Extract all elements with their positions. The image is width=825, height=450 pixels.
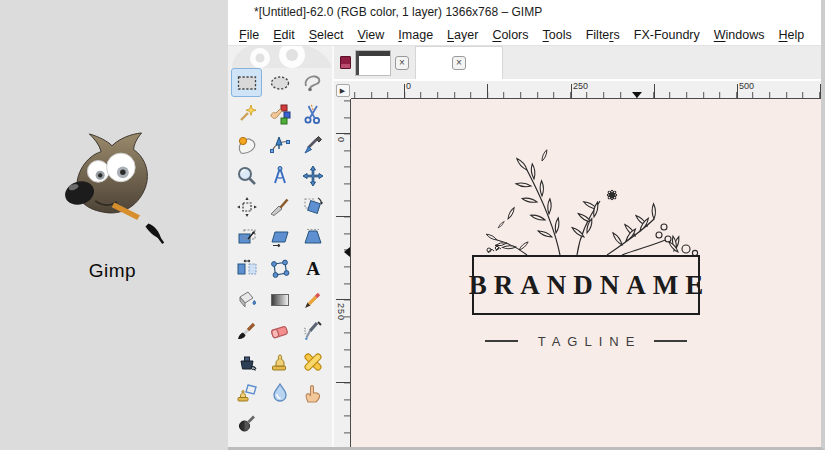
tool-eraser[interactable] bbox=[264, 316, 295, 345]
toolbox: A bbox=[228, 46, 334, 447]
h-ruler-ticks bbox=[351, 92, 821, 98]
menu-select[interactable]: Select bbox=[302, 26, 351, 44]
image-tab-1-close-icon[interactable]: × bbox=[395, 56, 409, 70]
menu-colors[interactable]: Colors bbox=[485, 26, 535, 44]
tool-shear[interactable] bbox=[264, 223, 295, 252]
v-ruler-pointer-marker bbox=[344, 247, 350, 257]
gimp-window: *[Untitled]-62.0 (RGB color, 1 layer) 13… bbox=[228, 0, 825, 450]
shear-icon bbox=[268, 226, 292, 250]
tool-gradient[interactable] bbox=[264, 285, 295, 314]
ruler-row: ▶ 0250500 bbox=[334, 81, 821, 99]
tool-cage-transform[interactable] bbox=[264, 254, 295, 283]
v-ruler-major-tick bbox=[336, 382, 350, 383]
tool-grid: A bbox=[228, 68, 332, 440]
tool-perspective[interactable] bbox=[297, 223, 328, 252]
menu-layer[interactable]: Layer bbox=[440, 26, 485, 44]
flip-icon bbox=[235, 257, 259, 281]
image-tab-1-mini-icon bbox=[340, 56, 351, 69]
paths-icon bbox=[268, 133, 292, 157]
menu-tools[interactable]: Tools bbox=[536, 26, 579, 44]
horizontal-ruler[interactable]: 0250500 bbox=[351, 81, 821, 99]
menu-edit[interactable]: Edit bbox=[266, 26, 302, 44]
menu-image[interactable]: Image bbox=[391, 26, 440, 44]
h-ruler-major-tick bbox=[820, 84, 821, 98]
canvas-pane: × × ▶ 0250500 0 bbox=[334, 46, 821, 447]
canvas-menu-button[interactable]: ▶ bbox=[336, 84, 350, 97]
tool-scale[interactable] bbox=[231, 223, 262, 252]
alignment-icon bbox=[235, 195, 259, 219]
tool-blur-sharpen[interactable] bbox=[264, 378, 295, 407]
menu-bar: FileEditSelectViewImageLayerColorsToolsF… bbox=[228, 24, 821, 46]
window-title: *[Untitled]-62.0 (RGB color, 1 layer) 13… bbox=[254, 5, 542, 19]
image-tab-2[interactable]: × bbox=[415, 46, 503, 79]
bucket-fill-icon bbox=[235, 288, 259, 312]
v-ruler-major-tick bbox=[336, 216, 350, 217]
gimp-desktop-icon[interactable]: Gimp bbox=[30, 130, 195, 282]
tool-alignment[interactable] bbox=[231, 192, 262, 221]
tool-flip[interactable] bbox=[231, 254, 262, 283]
h-ruler-major-tick bbox=[654, 84, 655, 98]
tool-ink[interactable] bbox=[231, 347, 262, 376]
h-ruler-major-tick bbox=[487, 84, 488, 98]
image-canvas[interactable]: BRANDNAME TAGLINE bbox=[351, 99, 821, 447]
vertical-ruler[interactable]: 0250 bbox=[334, 99, 351, 447]
image-tab-bar: × × bbox=[334, 46, 821, 79]
gimp-wilber-icon bbox=[38, 130, 188, 258]
tool-bucket-fill[interactable] bbox=[231, 285, 262, 314]
title-bar[interactable]: *[Untitled]-62.0 (RGB color, 1 layer) 13… bbox=[228, 0, 821, 24]
tool-color-picker[interactable] bbox=[297, 130, 328, 159]
tool-ellipse-select[interactable] bbox=[264, 68, 295, 97]
gradient-icon bbox=[268, 288, 292, 312]
tool-clone[interactable] bbox=[264, 347, 295, 376]
tool-crop[interactable] bbox=[264, 192, 295, 221]
tool-paintbrush[interactable] bbox=[231, 316, 262, 345]
tool-paths[interactable] bbox=[264, 130, 295, 159]
tool-dodge-burn[interactable] bbox=[231, 409, 262, 438]
tool-pencil[interactable] bbox=[297, 285, 328, 314]
image-tab-2-close-icon[interactable]: × bbox=[452, 56, 466, 70]
screen: Gimp *[Untitled]-62.0 (RGB color, 1 laye… bbox=[0, 0, 825, 450]
rectangle-select-icon bbox=[235, 71, 259, 95]
menu-filters[interactable]: Filters bbox=[579, 26, 627, 44]
tool-measure[interactable] bbox=[264, 161, 295, 190]
tagline-text: TAGLINE bbox=[531, 334, 642, 349]
tool-rectangle-select[interactable] bbox=[231, 68, 262, 97]
tool-select-by-color[interactable] bbox=[264, 99, 295, 128]
tagline-row: TAGLINE bbox=[472, 333, 700, 349]
pencil-icon bbox=[301, 288, 325, 312]
ellipse-select-icon bbox=[268, 71, 292, 95]
image-tab-1[interactable]: × bbox=[334, 46, 415, 79]
svg-text:A: A bbox=[306, 258, 320, 279]
tool-zoom[interactable] bbox=[231, 161, 262, 190]
v-ruler-major-tick bbox=[336, 133, 350, 134]
tool-text[interactable]: A bbox=[297, 254, 328, 283]
tool-scissors-select[interactable] bbox=[297, 99, 328, 128]
rotate-icon bbox=[301, 195, 325, 219]
tool-smudge[interactable] bbox=[297, 378, 328, 407]
tagline-right-dash bbox=[654, 340, 687, 342]
tool-rotate[interactable] bbox=[297, 192, 328, 221]
image-tab-1-thumbnail bbox=[355, 50, 391, 76]
paintbrush-icon bbox=[235, 319, 259, 343]
dodge-burn-icon bbox=[235, 412, 259, 436]
zoom-icon bbox=[235, 164, 259, 188]
tool-heal[interactable] bbox=[297, 347, 328, 376]
menu-windows[interactable]: Windows bbox=[707, 26, 772, 44]
h-ruler-major-tick bbox=[571, 84, 572, 98]
brand-box: BRANDNAME bbox=[472, 255, 700, 315]
tool-fuzzy-select[interactable] bbox=[231, 99, 262, 128]
v-ruler-label: 0 bbox=[336, 137, 346, 143]
airbrush-icon bbox=[301, 319, 325, 343]
move-icon bbox=[301, 164, 325, 188]
menu-file[interactable]: File bbox=[232, 26, 266, 44]
heal-icon bbox=[301, 350, 325, 374]
menu-view[interactable]: View bbox=[350, 26, 391, 44]
tool-airbrush[interactable] bbox=[297, 316, 328, 345]
tool-foreground-select[interactable] bbox=[231, 130, 262, 159]
tool-free-select[interactable] bbox=[297, 68, 328, 97]
brand-name-text: BRANDNAME bbox=[462, 270, 711, 301]
tool-move[interactable] bbox=[297, 161, 328, 190]
tool-perspective-clone[interactable] bbox=[231, 378, 262, 407]
menu-fx-foundry[interactable]: FX-Foundry bbox=[627, 26, 707, 44]
menu-help[interactable]: Help bbox=[771, 26, 811, 44]
